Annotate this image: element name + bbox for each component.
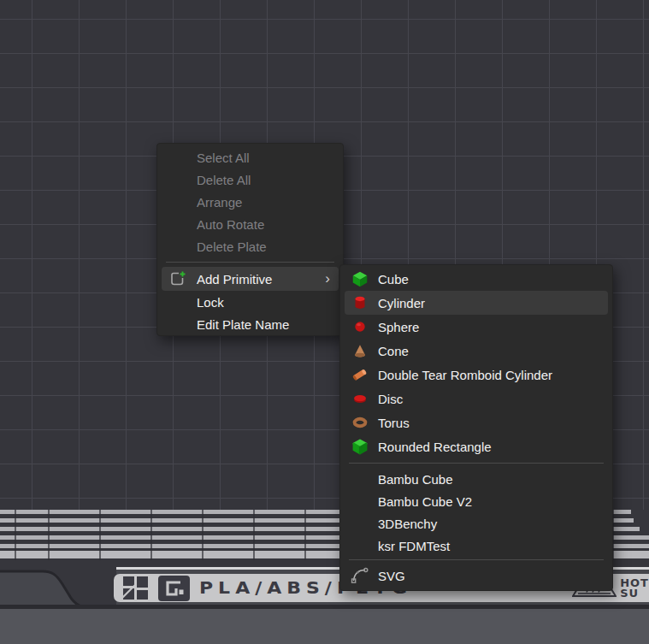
menu-item-label: Add Primitive <box>197 272 272 287</box>
submenu-item-label: Disc <box>378 392 403 406</box>
submenu-item-label: Bambu Cube <box>378 472 453 487</box>
submenu-item-label: Cylinder <box>378 296 425 310</box>
area-below-plate <box>0 609 649 644</box>
corner-text-line2: SU <box>620 588 649 599</box>
plate-type-logo-icon <box>158 576 190 601</box>
submenu-item-label: Bambu Cube V2 <box>378 494 472 509</box>
context-menu: Select All Delete All Arrange Auto Rotat… <box>156 143 344 336</box>
cylinder-icon <box>350 293 370 312</box>
submenu-item-svg[interactable]: SVG <box>345 563 608 588</box>
submenu-item-3dbenchy[interactable]: 3DBenchy <box>345 512 608 535</box>
menu-item-label: Arrange <box>197 195 242 210</box>
double-tear-romboid-cylinder-icon <box>350 365 370 384</box>
submenu-item-double-tear-romboid-cylinder[interactable]: Double Tear Romboid Cylinder <box>345 363 608 387</box>
viewport: PLA/ABS/PETG HOT SU Select All Delete Al… <box>0 0 649 644</box>
menu-item-label: Edit Plate Name <box>197 317 289 332</box>
menu-item-delete-all: Delete All <box>162 168 339 191</box>
add-primitive-icon <box>168 270 197 287</box>
submenu-item-label: Sphere <box>378 320 419 334</box>
menu-item-label: Delete Plate <box>197 239 267 254</box>
submenu-item-cube[interactable]: Cube <box>345 267 608 291</box>
submenu-separator <box>349 463 604 464</box>
menu-item-label: Auto Rotate <box>197 217 264 232</box>
bezier-curve-icon <box>350 566 370 585</box>
submenu-item-label: Rounded Rectangle <box>378 440 492 454</box>
submenu-item-rounded-rectangle[interactable]: Rounded Rectangle <box>345 434 608 458</box>
submenu-separator <box>349 559 604 560</box>
submenu-item-disc[interactable]: Disc <box>345 387 608 411</box>
submenu-item-bambu-cube-v2[interactable]: Bambu Cube V2 <box>345 490 608 512</box>
submenu-item-label: Cone <box>378 344 409 358</box>
menu-separator <box>166 262 334 263</box>
cone-icon <box>350 341 370 360</box>
menu-item-edit-plate-name[interactable]: Edit Plate Name <box>162 313 339 335</box>
menu-item-arrange: Arrange <box>162 191 339 213</box>
submenu-item-cone[interactable]: Cone <box>345 339 608 363</box>
menu-item-label: Delete All <box>197 173 251 187</box>
add-primitive-submenu: Cube Cylinder Sphere <box>339 264 613 591</box>
menu-item-auto-rotate: Auto Rotate <box>162 213 339 235</box>
submenu-item-sphere[interactable]: Sphere <box>345 315 608 339</box>
submenu-item-label: ksr FDMTest <box>378 539 450 553</box>
menu-item-label: Lock <box>197 295 224 310</box>
menu-item-select-all: Select All <box>162 146 339 168</box>
submenu-arrow-icon: › <box>325 270 330 287</box>
submenu-item-label: Double Tear Romboid Cylinder <box>378 368 552 382</box>
menu-item-lock[interactable]: Lock <box>162 291 339 313</box>
torus-icon <box>350 413 370 432</box>
submenu-item-label: 3DBenchy <box>378 517 437 531</box>
sphere-icon <box>350 317 370 336</box>
menu-item-add-primitive[interactable]: Add Primitive › <box>162 267 339 291</box>
submenu-item-label: SVG <box>378 569 405 583</box>
submenu-item-cylinder[interactable]: Cylinder <box>345 291 608 315</box>
menu-item-delete-plate: Delete Plate <box>162 235 339 257</box>
plate-corner-notch <box>0 567 116 609</box>
submenu-item-ksr-fdmtest[interactable]: ksr FDMTest <box>345 535 608 557</box>
cube-icon <box>350 269 370 288</box>
rounded-rectangle-icon <box>350 437 370 456</box>
submenu-item-bambu-cube[interactable]: Bambu Cube <box>345 468 608 490</box>
submenu-item-torus[interactable]: Torus <box>345 411 608 434</box>
bambu-logo-icon <box>123 576 149 600</box>
disc-icon <box>350 389 370 408</box>
menu-item-label: Select All <box>197 151 250 165</box>
submenu-item-label: Cube <box>378 272 409 287</box>
submenu-item-label: Torus <box>378 416 410 430</box>
